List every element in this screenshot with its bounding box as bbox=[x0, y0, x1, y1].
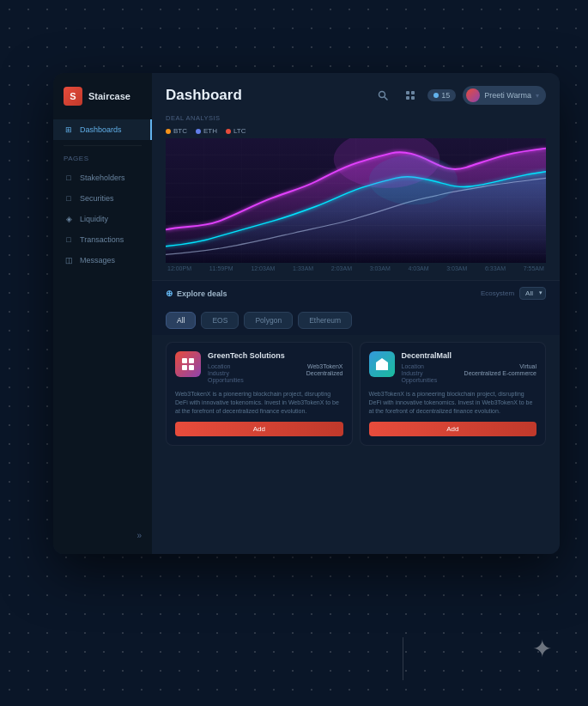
filter-tab-polygon[interactable]: Polygon bbox=[244, 312, 293, 329]
legend-eth: ETH bbox=[196, 127, 217, 135]
filter-tab-eos[interactable]: EOS bbox=[201, 312, 239, 329]
filter-tab-all[interactable]: All bbox=[166, 312, 196, 329]
x-label-8: 6:33AM bbox=[485, 265, 506, 271]
svg-rect-5 bbox=[411, 96, 415, 100]
user-badge[interactable]: Preeti Warma ▾ bbox=[463, 86, 546, 105]
page-title: Dashboard bbox=[166, 87, 242, 104]
eth-label: ETH bbox=[203, 127, 217, 135]
transactions-icon: □ bbox=[64, 234, 74, 245]
sidebar-item-label: Transactions bbox=[80, 235, 124, 244]
deal-meta-opp-row: Opportunities bbox=[402, 377, 537, 383]
opportunities-label: Opportunities bbox=[208, 377, 244, 383]
dashboards-icon: ⊞ bbox=[64, 125, 74, 135]
chart-container bbox=[166, 138, 546, 263]
grid-button[interactable] bbox=[400, 85, 421, 106]
svg-rect-31 bbox=[379, 365, 385, 370]
svg-rect-3 bbox=[411, 91, 415, 94]
sidebar-item-label: Stakeholders bbox=[80, 173, 125, 182]
sidebar: S Staircase ⊞ Dashboards Pages □ Stakeho… bbox=[53, 73, 152, 554]
svg-rect-29 bbox=[189, 365, 194, 370]
messages-icon: ◫ bbox=[64, 255, 74, 265]
deal-meta-opp-row: Opportunities bbox=[208, 377, 343, 383]
app-window: S Staircase ⊞ Dashboards Pages □ Stakeho… bbox=[53, 73, 560, 554]
btc-dot bbox=[166, 129, 171, 134]
chart-svg bbox=[166, 138, 546, 263]
sidebar-item-transactions[interactable]: □ Transactions bbox=[53, 229, 152, 250]
svg-rect-4 bbox=[406, 96, 409, 100]
x-label-5: 3:03AM bbox=[370, 265, 391, 271]
notification-count: 15 bbox=[441, 91, 450, 100]
chart-section: DEAL ANALYSIS BTC ETH LTC bbox=[152, 114, 560, 280]
deal-logo-decentralmall bbox=[369, 351, 395, 377]
sidebar-divider bbox=[64, 145, 142, 146]
deal-card-greentech[interactable]: GreenTech Solutions Location Web3TokenX … bbox=[166, 342, 353, 446]
sidebar-item-label: Dashboards bbox=[80, 125, 122, 134]
x-label-9: 7:55AM bbox=[524, 265, 544, 271]
deal-card-decentralmall[interactable]: DecentralMall Location Virtual Industry … bbox=[360, 342, 547, 446]
sidebar-item-liquidity[interactable]: ◈ Liquidity bbox=[53, 209, 152, 229]
deal-logo-greentech bbox=[175, 351, 201, 377]
sidebar-item-securities[interactable]: □ Securities bbox=[53, 188, 152, 209]
add-button-decentralmall[interactable]: Add bbox=[369, 422, 537, 436]
sidebar-item-dashboards[interactable]: ⊞ Dashboards bbox=[53, 119, 152, 140]
deal-meta-industry-row: Industry Decentralized E-commerce bbox=[402, 370, 537, 376]
header-actions: 15 Preeti Warma ▾ bbox=[373, 85, 546, 106]
sidebar-item-label: Liquidity bbox=[80, 215, 108, 223]
svg-rect-28 bbox=[182, 365, 187, 370]
app-name: Staircase bbox=[88, 91, 130, 101]
user-name: Preeti Warma bbox=[484, 91, 531, 100]
sidebar-item-label: Messages bbox=[80, 256, 115, 265]
svg-rect-27 bbox=[189, 358, 194, 363]
industry-label: Industry bbox=[402, 370, 423, 376]
ecosystem-label: Ecosystem bbox=[481, 289, 514, 297]
avatar bbox=[466, 88, 480, 102]
decorative-star: ✦ bbox=[532, 635, 552, 663]
sidebar-item-stakeholders[interactable]: □ Stakeholders bbox=[53, 167, 152, 188]
x-label-3: 1:33AM bbox=[293, 265, 313, 271]
sidebar-collapse: » bbox=[53, 524, 152, 540]
deal-meta-decentralmall: Location Virtual Industry Decentralized … bbox=[402, 363, 537, 383]
ltc-dot bbox=[226, 129, 231, 134]
deal-card-header: DecentralMall Location Virtual Industry … bbox=[369, 351, 537, 383]
x-label-1: 11:59PM bbox=[209, 265, 233, 271]
logo-icon: S bbox=[64, 87, 82, 106]
chevron-down-icon: ▾ bbox=[536, 92, 539, 100]
chevron-down-icon: ▾ bbox=[539, 289, 543, 296]
notification-badge[interactable]: 15 bbox=[427, 89, 456, 101]
explore-section: ⊕ Explore deals Ecosystem All ▾ All EOS … bbox=[152, 280, 560, 554]
x-label-6: 4:03AM bbox=[408, 265, 428, 271]
notification-dot bbox=[433, 93, 439, 98]
sidebar-item-messages[interactable]: ◫ Messages bbox=[53, 250, 152, 271]
ecosystem-select[interactable]: All ▾ bbox=[519, 287, 546, 300]
legend-btc: BTC bbox=[166, 127, 187, 135]
sidebar-item-label: Securities bbox=[80, 194, 114, 203]
collapse-button[interactable]: » bbox=[136, 531, 142, 540]
deal-meta-location-row: Location Virtual bbox=[402, 363, 537, 369]
main-content: Dashboard bbox=[152, 73, 560, 554]
explore-header: ⊕ Explore deals Ecosystem All ▾ bbox=[152, 280, 560, 306]
sidebar-logo: S Staircase bbox=[53, 87, 152, 119]
liquidity-icon: ◈ bbox=[64, 214, 74, 224]
x-label-7: 3:03AM bbox=[446, 265, 467, 271]
deal-name-greentech: GreenTech Solutions bbox=[208, 351, 343, 360]
add-button-greentech[interactable]: Add bbox=[175, 422, 343, 436]
filter-tab-ethereum[interactable]: Ethereum bbox=[298, 312, 352, 329]
svg-line-1 bbox=[385, 97, 387, 100]
industry-value: Decentralized bbox=[306, 370, 343, 376]
location-value: Web3TokenX bbox=[307, 363, 343, 369]
deals-grid: GreenTech Solutions Location Web3TokenX … bbox=[152, 335, 560, 453]
explore-title: ⊕ Explore deals bbox=[166, 289, 227, 298]
industry-value: Decentralized E-commerce bbox=[464, 370, 536, 376]
search-button[interactable] bbox=[373, 85, 393, 106]
svg-rect-26 bbox=[182, 358, 187, 363]
location-label: Location bbox=[402, 363, 424, 369]
chart-legend: BTC ETH LTC bbox=[166, 127, 546, 135]
compass-icon: ⊕ bbox=[166, 289, 173, 298]
x-label-0: 12:00PM bbox=[167, 265, 191, 271]
deal-name-decentralmall: DecentralMall bbox=[402, 351, 537, 360]
sidebar-section-label: Pages bbox=[53, 151, 152, 167]
deal-meta-greentech: Location Web3TokenX Industry Decentraliz… bbox=[208, 363, 343, 383]
legend-ltc: LTC bbox=[226, 127, 246, 135]
ecosystem-value: All bbox=[525, 289, 533, 297]
x-label-4: 2:03AM bbox=[331, 265, 352, 271]
